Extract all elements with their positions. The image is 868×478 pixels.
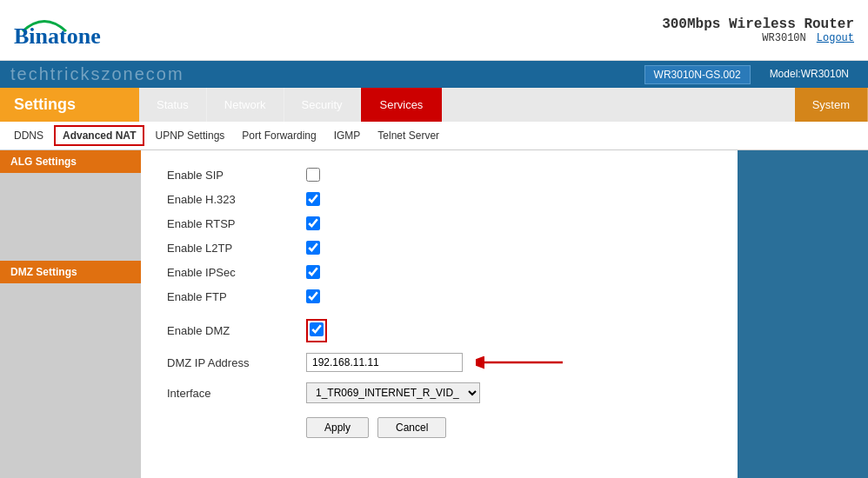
label-sip: Enable SIP [167,169,306,182]
sub-header: techtrickszonecom WR3010N-GS.002 Model:W… [0,61,868,88]
logo-area: Binatone [14,7,75,53]
app-container: Binatone 300Mbps Wireless Router WR3010N… [0,0,868,478]
device-id: WR3010N-GS.002 [644,65,751,84]
checkbox-h323[interactable] [306,192,320,206]
select-interface[interactable]: 1_TR069_INTERNET_R_VID_ [306,382,480,403]
sidebar-dmz: DMZ Settings [0,261,141,283]
cancel-button[interactable]: Cancel [377,417,446,438]
field-rtsp: Enable RTSP [167,216,711,230]
watermark: techtrickszonecom [10,64,184,84]
label-dmz-enable: Enable DMZ [167,324,306,337]
sub-nav: DDNS Advanced NAT UPNP Settings Port For… [0,122,868,150]
checkbox-sip[interactable] [306,168,320,182]
sidebar-alg: ALG Settings [0,150,141,173]
checkbox-ftp[interactable] [306,289,320,303]
main-nav: Settings Status Network Security Service… [0,88,868,122]
logout-button[interactable]: Logout [817,32,854,44]
label-h323: Enable H.323 [167,193,306,206]
subnav-telnet[interactable]: Telnet Server [371,127,446,144]
subnav-upnp[interactable]: UPNP Settings [148,127,231,144]
sidebar: ALG Settings DMZ Settings [0,150,141,478]
header: Binatone 300Mbps Wireless Router WR3010N… [0,0,868,61]
label-dmz-ip: DMZ IP Address [167,356,306,369]
model-badge: Model:WR3010N [761,65,858,84]
model-label: WR3010N [762,32,805,44]
nav-tabs: Status Network Security Services System [139,88,868,122]
label-rtsp: Enable RTSP [167,217,306,230]
field-dmz-enable: Enable DMZ [167,319,711,342]
subnav-port-forwarding[interactable]: Port Forwarding [235,127,323,144]
field-h323: Enable H.323 [167,192,711,206]
button-row: Apply Cancel [167,417,711,438]
tab-status[interactable]: Status [139,88,207,122]
label-ftp: Enable FTP [167,290,306,303]
field-l2tp: Enable L2TP [167,241,711,255]
tab-security[interactable]: Security [284,88,361,122]
checkbox-ipsec[interactable] [306,265,320,279]
right-panel [738,150,868,478]
content-wrapper: ALG Settings DMZ Settings Enable SIP Ena… [0,150,868,478]
tab-network[interactable]: Network [207,88,284,122]
field-ipsec: Enable IPSec [167,265,711,279]
field-dmz-ip: DMZ IP Address [167,353,711,372]
checkbox-l2tp[interactable] [306,241,320,255]
field-interface: Interface 1_TR069_INTERNET_R_VID_ [167,382,711,403]
field-sip: Enable SIP [167,168,711,182]
tab-system[interactable]: System [795,88,868,122]
settings-label: Settings [0,88,139,122]
apply-button[interactable]: Apply [306,417,369,438]
sidebar-alg-spacer [0,174,141,261]
header-info: 300Mbps Wireless Router WR3010N Logout [662,17,854,44]
logo-text: Binatone [14,23,101,50]
checkbox-dmz[interactable] [310,322,324,336]
input-dmz-ip[interactable] [306,353,463,372]
checkbox-rtsp[interactable] [306,216,320,230]
arrow-annotation [476,352,563,373]
field-ftp: Enable FTP [167,289,711,303]
device-info: WR3010N-GS.002 Model:WR3010N [644,65,858,84]
subnav-ddns[interactable]: DDNS [7,127,50,144]
main-content: Enable SIP Enable H.323 Enable RTSP Enab… [141,150,738,478]
router-name: 300Mbps Wireless Router [662,17,854,32]
subnav-igmp[interactable]: IGMP [327,127,368,144]
label-ipsec: Enable IPSec [167,266,306,279]
label-interface: Interface [167,387,306,400]
subnav-advanced-nat[interactable]: Advanced NAT [54,125,144,146]
label-l2tp: Enable L2TP [167,242,306,255]
tab-services[interactable]: Services [361,88,443,122]
